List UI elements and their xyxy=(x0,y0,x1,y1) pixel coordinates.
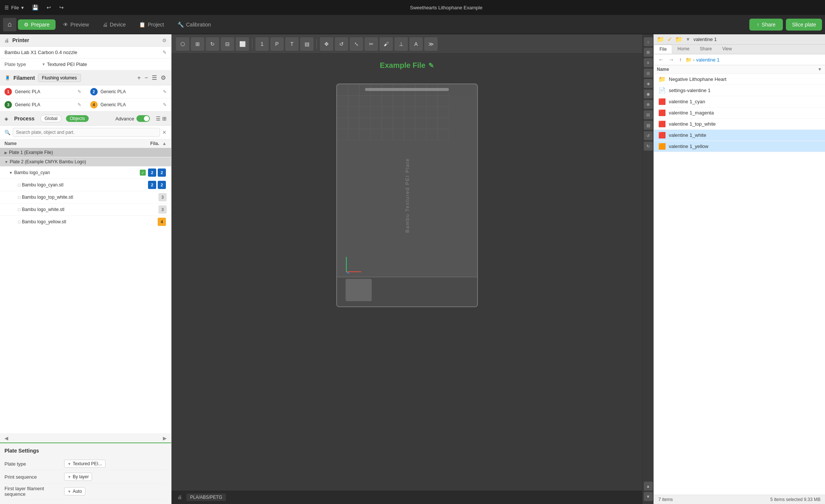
vr-button-8[interactable]: ⊟ xyxy=(644,110,653,119)
slot-edit-1[interactable]: ✎ xyxy=(78,89,81,94)
vr-button-9[interactable]: ▤ xyxy=(644,121,653,130)
advance-toggle[interactable] xyxy=(136,115,150,122)
filament-list-button[interactable]: ☰ xyxy=(151,73,158,82)
tab-device[interactable]: 🖨 Device xyxy=(97,19,132,30)
arrange-button[interactable]: ⊟ xyxy=(221,37,234,51)
tree-item-cyan-stl[interactable]: □ Bambu logo_cyan.stl 2 2 xyxy=(0,179,171,191)
slot-edit-3[interactable]: ✎ xyxy=(78,102,81,107)
fb-item-white[interactable]: 🟥 valentine 1_white xyxy=(654,130,825,141)
vr-button-2[interactable]: ⊞ xyxy=(644,48,653,57)
more-button[interactable]: ≫ xyxy=(424,37,438,51)
view-cube-button[interactable]: ⬡ xyxy=(176,37,189,51)
save-button[interactable]: 💾 xyxy=(30,4,41,11)
canvas-edit-icon[interactable]: ✎ xyxy=(428,62,434,70)
filament-slot-3[interactable]: 3 Generic PLA ✎ xyxy=(0,98,86,111)
share-button[interactable]: ↑ Share xyxy=(749,19,783,31)
fb-item-icon-yellow: 🟧 xyxy=(658,143,666,150)
vr-button-10[interactable]: ↺ xyxy=(644,131,653,140)
tree-item-plate2[interactable]: ▼ Plate 2 (Example CMYK Bambu Logo) xyxy=(0,157,171,167)
process-list-button[interactable]: ☰ xyxy=(156,116,161,122)
redo-button[interactable]: ↪ xyxy=(57,4,66,11)
plate-type-dropdown[interactable]: ▼ Textured PEI... xyxy=(64,460,106,468)
tree-item-white-stl[interactable]: □ Bambu logo_white.stl 3 xyxy=(0,204,171,216)
search-input[interactable] xyxy=(13,128,160,137)
plate-btn-p[interactable]: P xyxy=(270,37,284,51)
flushing-volumes-button[interactable]: Flushing volumes xyxy=(38,74,81,82)
tree-scroll-up[interactable]: ▲ xyxy=(162,141,167,146)
printer-settings-icon[interactable]: ⚙ xyxy=(162,38,167,43)
fb-path-current[interactable]: valentine 1 xyxy=(696,57,719,63)
file-menu[interactable]: ☰ File ▾ xyxy=(4,5,24,10)
filament-slot-4[interactable]: 4 Generic PLA ✎ xyxy=(86,98,171,111)
fb-forward-button[interactable]: → xyxy=(667,56,676,63)
add-filament-button[interactable]: + xyxy=(136,74,141,82)
vr-button-7[interactable]: ⊕ xyxy=(644,100,653,109)
vr-button-1[interactable]: ↕ xyxy=(644,37,653,46)
fb-tab-share[interactable]: Share xyxy=(695,45,717,54)
fb-item-neg-heart[interactable]: 📁 Negative Lithophane Heart xyxy=(654,74,825,85)
filament-slot-2[interactable]: 2 Generic PLA ✎ xyxy=(86,85,171,98)
vr-button-6[interactable]: ◉ xyxy=(644,89,653,98)
fb-tab-file[interactable]: File xyxy=(654,45,672,54)
tree-checkbox-logo-cyan[interactable]: ✓ xyxy=(140,170,146,176)
scale-button[interactable]: ⤡ xyxy=(350,37,363,51)
fb-tab-view[interactable]: View xyxy=(717,45,737,54)
fb-item-magenta[interactable]: 🟥 valentine 1_magenta xyxy=(654,107,825,119)
tree-item-yellow-stl[interactable]: □ Bambu logo_yellow.stl 4 xyxy=(0,216,171,228)
tree-scroll-right[interactable]: ▶ xyxy=(163,435,167,441)
printer-edit-icon[interactable]: ✎ xyxy=(163,50,167,55)
print-sequence-dropdown[interactable]: ▼ By layer xyxy=(64,473,92,481)
tree-item-plate1[interactable]: ▶ Plate 1 (Example File) xyxy=(0,148,171,157)
fb-item-settings[interactable]: 📄 settings-valentine 1 xyxy=(654,85,825,96)
vr-button-11[interactable]: ↻ xyxy=(644,142,653,151)
tab-prepare[interactable]: ⚙ Prepare xyxy=(18,19,56,30)
vr-button-5[interactable]: ◈ xyxy=(644,79,653,88)
filament-slot-1[interactable]: 1 Generic PLA ✎ xyxy=(0,85,86,98)
fb-back-button[interactable]: ← xyxy=(657,56,665,63)
remove-filament-button[interactable]: − xyxy=(144,74,149,82)
tab-calibration[interactable]: 🔧 Calibration xyxy=(171,19,217,30)
layer-btn[interactable]: ▤ xyxy=(300,37,314,51)
fb-tab-home[interactable]: Home xyxy=(672,45,695,54)
window-title: Sweethearts Lithophane Example xyxy=(72,5,821,10)
cut-button[interactable]: ✂ xyxy=(365,37,378,51)
text-btn[interactable]: T xyxy=(285,37,299,51)
paint-button[interactable]: 🖌 xyxy=(380,37,393,51)
tree-item-logo-cyan[interactable]: ▼ Bambu logo_cyan ✓ 2 2 xyxy=(0,167,171,179)
fb-item-top-white[interactable]: 🟥 valentine 1_top_white xyxy=(654,119,825,130)
vr-button-4[interactable]: ◎ xyxy=(644,69,653,78)
filament-settings-button[interactable]: ⚙ xyxy=(160,73,167,82)
tab-preview[interactable]: 👁 Preview xyxy=(57,19,95,30)
move-button[interactable]: ✥ xyxy=(320,37,333,51)
vr-scroll-down[interactable]: ▼ xyxy=(644,492,653,501)
process-grid-button[interactable]: ⊞ xyxy=(162,116,167,122)
text-tool-button[interactable]: A xyxy=(409,37,423,51)
tab-project[interactable]: 📋 Project xyxy=(133,19,170,30)
vr-scroll-up[interactable]: ▲ xyxy=(644,482,653,491)
undo-button[interactable]: ↩ xyxy=(44,4,53,11)
fb-item-cyan[interactable]: 🟥 valentine 1_cyan xyxy=(654,96,825,107)
slot-edit-2[interactable]: ✎ xyxy=(163,89,167,94)
tree-scroll-left[interactable]: ◀ xyxy=(4,435,8,441)
fb-item-yellow[interactable]: 🟧 valentine 1_yellow xyxy=(654,141,825,152)
slice-button[interactable]: Slice plate xyxy=(786,19,822,31)
tab-objects[interactable]: Objects xyxy=(66,115,89,122)
rotate-button[interactable]: ↺ xyxy=(335,37,348,51)
plate-view-button[interactable]: ⬜ xyxy=(236,37,249,51)
plate-type-row[interactable]: Plate type ▼ Textured PEI Plate xyxy=(0,59,171,70)
support-button[interactable]: ⊥ xyxy=(394,37,408,51)
canvas-view[interactable]: Example File ✎ xyxy=(171,54,642,504)
search-clear-button[interactable]: ✕ xyxy=(162,129,167,135)
vr-button-3[interactable]: ≡ xyxy=(644,58,653,67)
grid-button[interactable]: ⊞ xyxy=(191,37,204,51)
home-button[interactable]: ⌂ xyxy=(3,18,16,31)
num-1-button[interactable]: 1 xyxy=(255,37,269,51)
tree-item-topwhite-stl[interactable]: □ Bambu logo_top_white.stl 3 xyxy=(0,191,171,204)
fb-up-button[interactable]: ↑ xyxy=(678,56,683,63)
slot-edit-4[interactable]: ✎ xyxy=(163,102,167,107)
fb-item-icon-white: 🟥 xyxy=(658,132,666,139)
filament-sequence-dropdown[interactable]: ▼ Auto xyxy=(64,487,85,495)
tab-global[interactable]: Global xyxy=(40,115,62,122)
auto-orient-button[interactable]: ↻ xyxy=(206,37,219,51)
status-material-badge: PLA/ABS/PETG xyxy=(186,494,226,501)
